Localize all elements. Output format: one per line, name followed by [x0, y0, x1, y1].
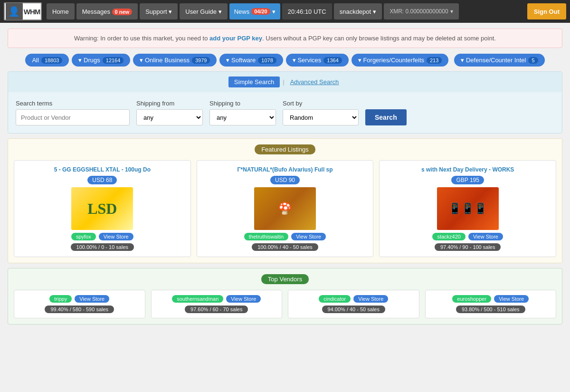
home-button[interactable]: Home [47, 3, 75, 19]
listings-grid: 5 - GG EGGSHELL XTAL - 100ug Do USD 68 L… [14, 160, 556, 257]
search-form: Search terms Shipping from any United St… [8, 92, 562, 133]
listing-image: 🍄 [254, 187, 316, 230]
shipping-from-field: Shipping from any United States United K… [136, 100, 203, 125]
support-button[interactable]: Support ▾ [140, 3, 178, 19]
vendor-name-badge: cindicator [319, 295, 351, 303]
shipping-from-select[interactable]: any United States United Kingdom Europe … [136, 109, 203, 125]
logo: 👤 WHM [4, 2, 42, 20]
vendors-title-badge: Top Vendors [261, 274, 309, 284]
search-input[interactable] [16, 109, 130, 125]
seller-badge: stackz420 [432, 233, 466, 240]
cat-services[interactable]: ▾ Services 1364 [286, 54, 349, 67]
listing-card: s with Next Day Delivery - WORKS GBP 195… [379, 160, 556, 257]
vendor-view-store-button[interactable]: View Store [75, 295, 109, 303]
user-menu-button[interactable]: snackdepot ▾ [334, 3, 382, 19]
listing-price: USD 90 [270, 176, 300, 184]
sign-out-button[interactable]: Sign Out [527, 3, 566, 19]
seller-badge: thetruthiswaitin [244, 233, 288, 240]
logo-avatar: 👤 [6, 3, 23, 20]
listing-seller-row: thetruthiswaitin View Store [244, 233, 326, 240]
user-guide-button[interactable]: User Guide ▾ [180, 3, 227, 19]
vendor-stats: 93.80% / 500 - 510 sales [456, 306, 525, 313]
featured-title-wrap: Featured Listings [14, 144, 556, 154]
vendor-stats: 94.00% / 40 - 50 sales [322, 306, 385, 313]
listing-title[interactable]: 5 - GG EGGSHELL XTAL - 100ug Do [20, 166, 185, 173]
cat-online-business[interactable]: ▾ Online Business 3979 [133, 54, 217, 67]
search-button[interactable]: Search [365, 109, 407, 125]
sort-by-select[interactable]: Random Price: Low to High Price: High to… [283, 109, 359, 125]
featured-title-badge: Featured Listings [255, 144, 315, 154]
vendor-seller-row: euroshopper View Store [452, 295, 529, 303]
vendor-stats: 99.40% / 580 - 590 sales [45, 306, 114, 313]
messages-button[interactable]: Messages 0 new [76, 3, 138, 19]
logo-text: WHM [24, 8, 40, 16]
search-tabs: Simple Search | Advanced Search [8, 72, 562, 92]
vendor-view-store-button[interactable]: View Store [353, 295, 388, 303]
sort-by-field: Sort by Random Price: Low to High Price:… [283, 100, 359, 125]
listing-image: LSD [71, 187, 133, 230]
vendor-card: trippy View Store 99.40% / 580 - 590 sal… [14, 290, 145, 318]
view-store-button[interactable]: View Store [99, 233, 133, 240]
vendor-view-store-button[interactable]: View Store [226, 295, 261, 303]
vendor-seller-row: trippy View Store [49, 295, 109, 303]
listing-price: GBP 195 [451, 176, 484, 184]
listing-seller-row: spyfox View Store [71, 233, 133, 240]
search-section: Simple Search | Advanced Search Search t… [8, 71, 562, 134]
vendor-card: cindicator View Store 94.00% / 40 - 50 s… [288, 290, 419, 318]
shipping-from-label: Shipping from [136, 100, 203, 107]
listing-stats: 100.00% / 40 - 50 sales [252, 243, 318, 251]
view-store-button[interactable]: View Store [291, 233, 326, 240]
vendor-name-badge: trippy [49, 295, 72, 303]
vendors-grid: trippy View Store 99.40% / 580 - 590 sal… [14, 290, 556, 318]
top-vendors-section: Top Vendors trippy View Store 99.40% / 5… [8, 268, 562, 325]
vendor-view-store-button[interactable]: View Store [494, 295, 529, 303]
pgp-key-link[interactable]: add your PGP key [209, 35, 262, 42]
time-display: 20:46:10 UTC [282, 3, 332, 19]
listing-price: USD 68 [87, 176, 117, 184]
messages-badge: 0 new [112, 9, 133, 15]
sort-by-label: Sort by [283, 100, 359, 107]
cat-defense[interactable]: ▾ Defense/Counter Intel 5 [454, 54, 544, 67]
xmr-button[interactable]: XMR: 0.000000000000 ▾ [384, 3, 458, 19]
search-terms-label: Search terms [16, 100, 130, 107]
news-badge: 04/20 [251, 8, 270, 15]
listing-title[interactable]: s with Next Day Delivery - WORKS [385, 166, 550, 173]
seller-badge: spyfox [71, 233, 96, 240]
advanced-search-tab[interactable]: Advanced Search [287, 76, 342, 87]
vendor-stats: 97.60% / 60 - 70 sales [185, 306, 248, 313]
simple-search-tab[interactable]: Simple Search [228, 76, 280, 87]
categories-bar: All 18803 ▾ Drugs 12164 ▾ Online Busines… [8, 54, 562, 67]
vendor-card: euroshopper View Store 93.80% / 500 - 51… [425, 290, 557, 318]
warning-banner: Warning: In order to use this market, yo… [8, 29, 562, 48]
listing-title[interactable]: Γ*NATURAL*(Bufo Alvarius) Full sp [203, 166, 368, 173]
cat-drugs[interactable]: ▾ Drugs 12164 [72, 54, 130, 67]
vendor-card: southernsandman View Store 97.60% / 60 -… [151, 290, 283, 318]
vendor-seller-row: cindicator View Store [319, 295, 388, 303]
shipping-to-select[interactable]: any United States United Kingdom Europe … [209, 109, 276, 125]
vendor-seller-row: southernsandman View Store [172, 295, 261, 303]
navbar: 👤 WHM Home Messages 0 new Support ▾ User… [0, 0, 570, 23]
vendors-title-wrap: Top Vendors [14, 274, 556, 284]
cat-all[interactable]: All 18803 [25, 54, 69, 67]
listing-image: 📱📱📱 [437, 187, 499, 230]
listing-stats: 97.40% / 90 - 100 sales [435, 243, 501, 251]
featured-listings-section: Featured Listings 5 - GG EGGSHELL XTAL -… [8, 138, 562, 263]
news-button[interactable]: News 04/20 ▾ [229, 3, 280, 19]
shipping-to-field: Shipping to any United States United Kin… [209, 100, 276, 125]
listing-card: 5 - GG EGGSHELL XTAL - 100ug Do USD 68 L… [14, 160, 191, 257]
listing-stats: 100.00% / 0 - 10 sales [71, 243, 134, 251]
view-store-button[interactable]: View Store [468, 233, 503, 240]
cat-software[interactable]: ▾ Software 1078 [219, 54, 283, 67]
cat-forgeries[interactable]: ▾ Forgeries/Counterfeits 213 [352, 54, 449, 67]
search-terms-field: Search terms [16, 100, 130, 125]
vendor-name-badge: southernsandman [172, 295, 223, 303]
vendor-name-badge: euroshopper [452, 295, 491, 303]
listing-seller-row: stackz420 View Store [432, 233, 503, 240]
shipping-to-label: Shipping to [209, 100, 276, 107]
listing-card: Γ*NATURAL*(Bufo Alvarius) Full sp USD 90… [197, 160, 374, 257]
